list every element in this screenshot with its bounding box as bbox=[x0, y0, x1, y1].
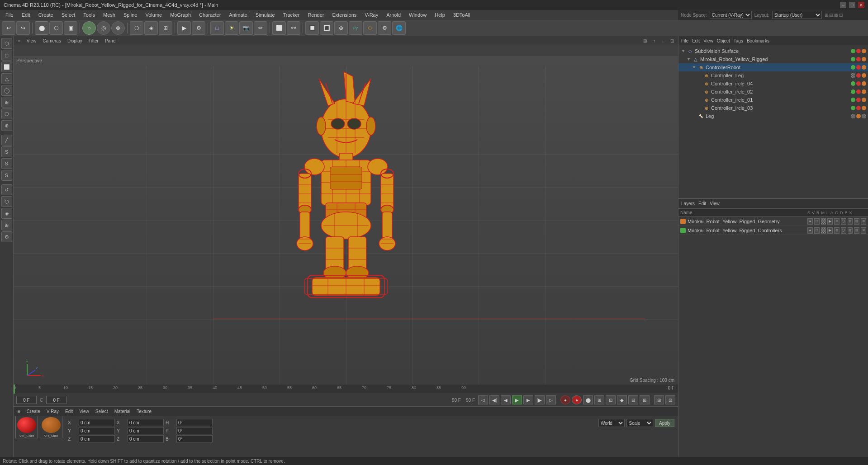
keyframe-btn[interactable]: ◆ bbox=[617, 395, 627, 404]
om-row-ctrl-03[interactable]: ⊕ Controller_ircle_03 bbox=[678, 104, 868, 112]
left-tool7[interactable]: ⊕ bbox=[1, 120, 12, 131]
render-dot-03[interactable] bbox=[856, 106, 861, 110]
timeline-btn[interactable]: ⊟ bbox=[628, 395, 638, 404]
render-dot[interactable] bbox=[856, 49, 861, 53]
om-row-ctrl-leg[interactable]: ⊕ Controller_Leg bbox=[678, 71, 868, 80]
menu-file[interactable]: File bbox=[2, 11, 17, 19]
z-rot-input[interactable] bbox=[128, 435, 164, 442]
play-settings-btn[interactable]: ⊞ bbox=[654, 395, 664, 404]
camera-tool-btn[interactable]: 📷 bbox=[239, 21, 253, 35]
render-dot-cr[interactable] bbox=[856, 65, 861, 70]
om-object-menu[interactable]: Object bbox=[717, 38, 730, 43]
snap2-btn[interactable]: 🔳 bbox=[320, 21, 333, 35]
edges-mode-btn[interactable]: ⬡ bbox=[49, 21, 63, 35]
left-tool10[interactable]: S bbox=[1, 158, 12, 169]
om-row-ctrl-02[interactable]: ⊕ Controller_ircle_02 bbox=[678, 88, 868, 96]
h-input[interactable] bbox=[176, 419, 213, 426]
layer-anim-geo[interactable]: ⊕ bbox=[834, 218, 840, 225]
record-btn[interactable]: ● bbox=[560, 395, 570, 404]
record-active-btn[interactable]: ● bbox=[572, 395, 582, 404]
render-dot-02[interactable] bbox=[856, 89, 861, 94]
om-row-robot[interactable]: ▼ △ Mirokai_Robot_Yellow_Rigged bbox=[678, 55, 868, 63]
layer-render-geo[interactable]: ▶ bbox=[827, 218, 833, 225]
layer-anim-ctrl[interactable]: ⊕ bbox=[834, 227, 840, 234]
left-tool5[interactable]: ⊞ bbox=[1, 97, 12, 108]
expand-icon-cr[interactable]: ▼ bbox=[692, 65, 697, 70]
mat-edit-menu[interactable]: Edit bbox=[63, 409, 75, 414]
left-tool6[interactable]: ⬡ bbox=[1, 108, 12, 119]
light-tool-btn[interactable]: ☀ bbox=[225, 21, 238, 35]
vp-panel-menu[interactable]: Panel bbox=[103, 38, 119, 44]
scale-tool-btn[interactable]: ⊗ bbox=[111, 21, 125, 35]
workplane-btn[interactable]: ⊞ bbox=[159, 21, 172, 35]
mat-view-menu[interactable]: View bbox=[77, 409, 91, 414]
redo-btn[interactable]: ↪ bbox=[16, 21, 30, 35]
step-frame-back-btn[interactable]: ◀ bbox=[501, 395, 511, 404]
color-dot-robot[interactable] bbox=[862, 57, 866, 61]
select-lasso-btn[interactable]: ⚯ bbox=[287, 21, 300, 35]
menu-character[interactable]: Character bbox=[195, 11, 224, 19]
vp-display-menu[interactable]: Display bbox=[65, 38, 85, 44]
nodespace-select[interactable]: Current (V-Ray) bbox=[710, 11, 752, 19]
menu-volume[interactable]: Volume bbox=[142, 11, 166, 19]
vis-dot-03[interactable] bbox=[851, 106, 855, 110]
play-btn[interactable]: ▶ bbox=[512, 395, 522, 404]
minimize-btn[interactable]: ─ bbox=[840, 2, 846, 8]
globe-btn[interactable]: 🌐 bbox=[392, 21, 406, 35]
left-tool15[interactable]: ⊞ bbox=[1, 220, 12, 230]
menu-mesh[interactable]: Mesh bbox=[100, 11, 119, 19]
om-edit-menu[interactable]: Edit bbox=[692, 38, 700, 43]
rotate-tool-btn[interactable]: ◎ bbox=[97, 21, 110, 35]
render-dot-04[interactable] bbox=[856, 81, 861, 86]
menu-render[interactable]: Render bbox=[304, 11, 327, 19]
layer-vis-geo[interactable]: ● bbox=[807, 218, 813, 225]
vp-nav-4[interactable]: ⊡ bbox=[668, 38, 676, 44]
snap-btn[interactable]: 🔲 bbox=[305, 21, 319, 35]
mat-material-menu[interactable]: Material bbox=[112, 409, 133, 414]
select-rect-btn[interactable]: ⬜ bbox=[272, 21, 286, 35]
x-rot-input[interactable] bbox=[128, 419, 164, 426]
snap-frames-btn[interactable]: ⊞ bbox=[594, 395, 604, 404]
scale-select[interactable]: Scale bbox=[626, 419, 653, 427]
layer-x-geo[interactable]: ✕ bbox=[861, 218, 866, 225]
left-tool9[interactable]: S bbox=[1, 146, 12, 157]
menu-select[interactable]: Select bbox=[58, 11, 79, 19]
render-dot-leg[interactable] bbox=[856, 73, 861, 78]
current-frame-input[interactable] bbox=[16, 396, 37, 404]
menu-help[interactable]: Help bbox=[431, 11, 449, 19]
check2-leg-top[interactable] bbox=[862, 114, 866, 118]
menu-tools[interactable]: Tools bbox=[80, 11, 99, 19]
menu-3dtoall[interactable]: 3DToAll bbox=[450, 11, 474, 19]
color-dot-02[interactable] bbox=[862, 89, 866, 94]
object-mode-btn[interactable]: ⬡ bbox=[130, 21, 143, 35]
menu-create[interactable]: Create bbox=[35, 11, 57, 19]
menu-mograph[interactable]: MoGraph bbox=[166, 11, 194, 19]
layout-select[interactable]: Startup (User) bbox=[772, 11, 822, 19]
z-pos-input[interactable] bbox=[79, 435, 115, 442]
layer-vis-ctrl[interactable]: ● bbox=[807, 227, 813, 234]
om-view-menu[interactable]: View bbox=[703, 38, 713, 43]
move-tool-btn[interactable]: ○ bbox=[82, 21, 96, 35]
left-tool8[interactable]: ╱ bbox=[1, 135, 12, 146]
om-file-menu[interactable]: File bbox=[681, 38, 688, 43]
polygons-mode-btn[interactable]: ▣ bbox=[64, 21, 77, 35]
left-tool1[interactable]: ◻ bbox=[1, 50, 12, 61]
undo-btn[interactable]: ↩ bbox=[2, 21, 15, 35]
y-pos-input[interactable] bbox=[79, 427, 115, 434]
lp-view-menu[interactable]: View bbox=[710, 201, 720, 206]
material-thumb-0[interactable]: VR_Cont bbox=[15, 416, 38, 438]
layer-exp-ctrl[interactable]: ⊟ bbox=[854, 227, 859, 234]
mat-select-menu[interactable]: Select bbox=[93, 409, 110, 414]
layer-deform-geo[interactable]: ⬡ bbox=[841, 218, 846, 225]
layer-check-geo[interactable] bbox=[821, 218, 826, 225]
layer-lock-ctrl[interactable]: □ bbox=[814, 227, 820, 234]
step-fwd-btn[interactable]: |▶ bbox=[535, 395, 545, 404]
layer-render-ctrl[interactable]: ▶ bbox=[827, 227, 833, 234]
left-tool13[interactable]: ⬡ bbox=[1, 196, 12, 207]
om-row-subdivision[interactable]: ▼ ◇ Subdivision Surface bbox=[678, 47, 868, 55]
render-dot-01[interactable] bbox=[856, 98, 861, 102]
mat-texture-menu[interactable]: Texture bbox=[134, 409, 154, 414]
material-thumb-1[interactable]: VR_Miro bbox=[40, 416, 62, 438]
vis-dot-01[interactable] bbox=[851, 98, 855, 102]
y-rot-input[interactable] bbox=[128, 427, 164, 434]
